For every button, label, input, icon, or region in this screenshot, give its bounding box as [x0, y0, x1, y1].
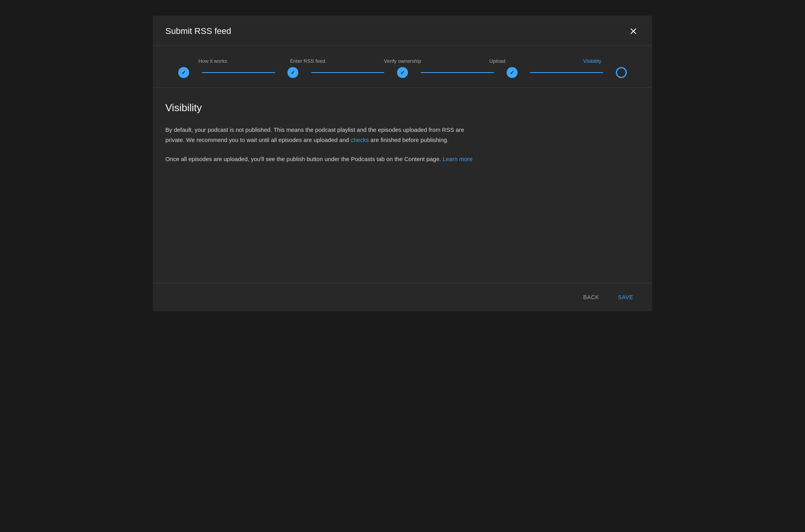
step-circle-completed-3: ✓ — [397, 67, 408, 78]
step-circle-current-5 — [616, 67, 627, 78]
step-labels-row: How it works Enter RSS feed Verify owner… — [165, 58, 640, 64]
step-label-enter-rss-feed: Enter RSS feed — [260, 58, 355, 64]
step-circle-upload: ✓ — [494, 67, 530, 78]
checkmark-2: ✓ — [291, 69, 295, 76]
connector-2 — [311, 72, 384, 73]
connector-3 — [421, 72, 494, 73]
step-circle-enter-rss: ✓ — [275, 67, 312, 78]
step-label-verify-ownership: Verify ownership — [355, 58, 450, 64]
step-circles-row: ✓ ✓ ✓ ✓ — [165, 67, 640, 78]
description-paragraph-2: Once all episodes are uploaded, you'll s… — [165, 154, 477, 164]
visibility-title: Visibility — [165, 102, 640, 114]
close-icon — [629, 27, 638, 36]
learn-more-link[interactable]: Learn more — [443, 156, 473, 162]
step-label-visibility: Visibility — [545, 58, 640, 64]
step-circle-completed-4: ✓ — [507, 67, 518, 78]
step-label-upload: Upload — [450, 58, 545, 64]
stepper-section: How it works Enter RSS feed Verify owner… — [153, 46, 652, 88]
step-circle-verify-ownership: ✓ — [384, 67, 421, 78]
dialog-footer: BACK SAVE — [153, 283, 652, 311]
paragraph2-before-link: Once all episodes are uploaded, you'll s… — [165, 156, 443, 162]
checkmark-3: ✓ — [400, 69, 405, 76]
checks-link[interactable]: checks — [351, 137, 369, 143]
step-circle-completed-1: ✓ — [178, 67, 189, 78]
back-button[interactable]: BACK — [577, 291, 605, 303]
dialog-content: Visibility By default, your podcast is n… — [153, 88, 652, 283]
close-button[interactable] — [627, 25, 640, 37]
step-circle-completed-2: ✓ — [287, 67, 298, 78]
checkmark-1: ✓ — [181, 69, 186, 76]
connector-4 — [530, 72, 603, 73]
step-circle-how-it-works: ✓ — [165, 67, 202, 78]
description-paragraph-1: By default, your podcast is not publishe… — [165, 125, 477, 145]
dialog-title: Submit RSS feed — [165, 26, 231, 36]
paragraph1-after-link: are finished before publishing. — [369, 137, 449, 143]
dialog-header: Submit RSS feed — [153, 16, 652, 46]
step-label-how-it-works: How it works — [165, 58, 260, 64]
save-button[interactable]: SAVE — [612, 291, 640, 303]
connector-1 — [202, 72, 275, 73]
checkmark-4: ✓ — [510, 69, 514, 76]
submit-rss-dialog: Submit RSS feed How it works Enter RSS f… — [153, 16, 652, 311]
step-circle-visibility — [603, 67, 640, 78]
